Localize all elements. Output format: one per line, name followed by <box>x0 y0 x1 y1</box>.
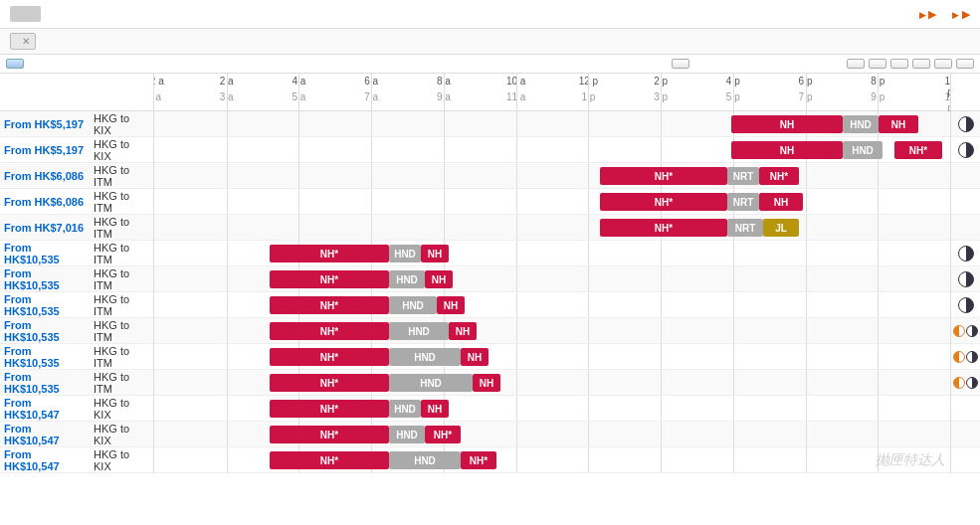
flight-bar-6-0[interactable]: NH* <box>270 270 389 288</box>
flight-bar-0-2[interactable]: NH <box>879 115 918 133</box>
price-link-0[interactable]: From HK$5,197 <box>4 118 84 130</box>
price-link-1[interactable]: From HK$5,197 <box>4 144 84 156</box>
flight-bar-1-2[interactable]: NH* <box>894 141 942 159</box>
timeline-row-5: NH*HNDNH <box>154 241 950 266</box>
flight-bar-2-2[interactable]: NH* <box>759 167 799 185</box>
right-panel <box>950 74 980 473</box>
advisory-button[interactable] <box>956 59 974 69</box>
flight-bar-5-2[interactable]: NH <box>421 245 449 262</box>
price-link-2[interactable]: From HK$6,086 <box>4 170 84 182</box>
flight-bar-13-0[interactable]: NH* <box>270 451 389 469</box>
price-row-2: From HK$6,086 HKG to ITM <box>0 163 153 189</box>
price-link-5[interactable]: From HK$10,535 <box>4 242 60 265</box>
flight-bar-0-1[interactable]: HND <box>843 115 879 133</box>
price-link-6[interactable]: From HK$10,535 <box>4 267 60 291</box>
price-cell-5: From HK$10,535 <box>0 240 90 267</box>
time-label-bottom-11: 11 p <box>944 91 950 113</box>
arrive-button[interactable] <box>869 59 886 69</box>
flight-bar-4-0[interactable]: NH* <box>600 219 727 237</box>
stops-button[interactable] <box>934 59 952 69</box>
flight-bar-4-2[interactable]: JL <box>763 219 799 237</box>
flight-bar-10-1[interactable]: HND <box>389 374 473 392</box>
time-bars-link[interactable]: ▶ <box>952 8 970 21</box>
timeline-row-8: NH*HNDNH <box>154 318 950 344</box>
route-cell-8: HKG to ITM <box>90 317 149 345</box>
price-link-4[interactable]: From HK$7,016 <box>4 222 84 234</box>
flight-bar-11-2[interactable]: NH <box>421 400 449 418</box>
time-label-top-2: 4 a <box>293 76 306 87</box>
icon-cell-3 <box>951 189 980 215</box>
flight-bar-13-1[interactable]: HND <box>389 451 461 469</box>
time-label-top-4: 8 a <box>437 76 451 87</box>
price-link-7[interactable]: From HK$10,535 <box>4 293 60 317</box>
complete-trips-link[interactable]: ▶ <box>919 8 937 21</box>
time-label-top-1: 2 a <box>220 76 234 87</box>
flight-bar-11-1[interactable]: HND <box>389 400 421 418</box>
duration-button[interactable] <box>890 59 908 69</box>
route-cell-4: HKG to ITM <box>90 214 149 242</box>
flight-bar-1-1[interactable]: HND <box>843 141 882 159</box>
moon-orange-icon <box>953 351 965 363</box>
price-link-11[interactable]: From HK$10,547 <box>4 397 60 421</box>
price-link-8[interactable]: From HK$10,535 <box>4 319 60 343</box>
moon-dark-icon <box>958 271 974 287</box>
flight-bar-2-1[interactable]: NRT <box>727 167 759 185</box>
flight-bar-8-2[interactable]: NH <box>449 322 477 340</box>
flight-bar-2-0[interactable]: NH* <box>600 167 727 185</box>
flight-bar-10-2[interactable]: NH <box>473 374 500 392</box>
content-area: From HK$5,197 HKG to KIX From HK$5,197 H… <box>0 74 980 473</box>
moon-dark-icon <box>958 246 974 262</box>
flight-bar-9-0[interactable]: NH* <box>270 348 389 366</box>
page-title <box>10 6 41 22</box>
flight-bar-6-1[interactable]: HND <box>389 270 425 288</box>
flight-bar-13-2[interactable]: NH* <box>461 451 496 469</box>
flight-bar-7-2[interactable]: NH <box>437 296 465 314</box>
filter-bar: ✕ <box>0 29 980 55</box>
price-link-12[interactable]: From HK$10,547 <box>4 423 60 446</box>
flight-bar-1-0[interactable]: NH <box>731 141 843 159</box>
flight-bar-6-2[interactable]: NH <box>425 270 453 288</box>
price-link-3[interactable]: From HK$6,086 <box>4 196 84 208</box>
flight-bar-7-0[interactable]: NH* <box>270 296 389 314</box>
route-cell-11: HKG to KIX <box>90 395 149 423</box>
route-cell-12: HKG to KIX <box>90 421 149 448</box>
route-cell-13: HKG to KIX <box>90 446 149 474</box>
price-button[interactable] <box>6 59 24 69</box>
price-row-13: From HK$10,547 HKG to KIX <box>0 447 153 473</box>
flight-bar-10-0[interactable]: NH* <box>270 374 389 392</box>
depart-button[interactable] <box>847 59 865 69</box>
flight-bar-3-2[interactable]: NH <box>759 193 803 211</box>
filter-tag-remove[interactable]: ✕ <box>22 36 30 47</box>
flight-bar-12-1[interactable]: HND <box>389 426 425 443</box>
flight-bar-5-0[interactable]: NH* <box>270 245 389 262</box>
timeline-area: 12 a1 a2 a3 a4 a5 a6 a7 a8 a9 a10 a11 a1… <box>154 74 950 473</box>
time-label-bottom-6: 1 p <box>581 91 595 102</box>
time-label-top-7: 2 p <box>654 76 668 87</box>
flight-bar-12-2[interactable]: NH* <box>425 426 461 443</box>
airline-button[interactable] <box>672 59 689 69</box>
price-link-9[interactable]: From HK$10,535 <box>4 345 60 369</box>
flight-bar-8-0[interactable]: NH* <box>270 322 389 340</box>
flight-bar-9-1[interactable]: HND <box>389 348 461 366</box>
price-route-panel: From HK$5,197 HKG to KIX From HK$5,197 H… <box>0 74 154 473</box>
moon-orange-icon <box>953 325 965 337</box>
header-row <box>0 55 980 74</box>
flight-bar-3-0[interactable]: NH* <box>600 193 727 211</box>
time-label-top-10: 8 p <box>871 76 884 87</box>
flight-bar-3-1[interactable]: NRT <box>727 193 759 211</box>
flight-bar-5-1[interactable]: HND <box>389 245 421 262</box>
price-link-13[interactable]: From HK$10,547 <box>4 448 60 472</box>
flight-bar-8-1[interactable]: HND <box>389 322 449 340</box>
flight-bar-4-1[interactable]: NRT <box>727 219 763 237</box>
fromto-button[interactable] <box>912 59 930 69</box>
flight-bar-7-1[interactable]: HND <box>389 296 437 314</box>
flight-bar-11-0[interactable]: NH* <box>270 400 389 418</box>
time-label-top-9: 6 p <box>799 76 813 87</box>
flight-bar-12-0[interactable]: NH* <box>270 426 389 443</box>
flight-bar-0-0[interactable]: NH <box>731 115 843 133</box>
price-row-9: From HK$10,535 HKG to ITM <box>0 344 153 370</box>
top-links: ▶ ▶ <box>919 8 970 21</box>
timeline-row-9: NH*HNDNH <box>154 344 950 370</box>
price-link-10[interactable]: From HK$10,535 <box>4 371 60 395</box>
flight-bar-9-2[interactable]: NH <box>461 348 489 366</box>
